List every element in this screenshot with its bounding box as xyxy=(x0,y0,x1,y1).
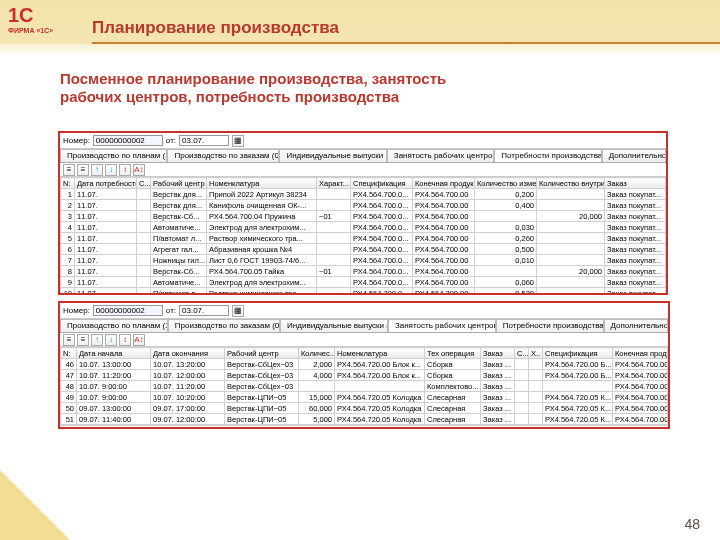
toolbar2-btn-down[interactable]: ↓ xyxy=(105,334,117,346)
tab-additional[interactable]: Дополнительно xyxy=(602,149,666,162)
col2-qty[interactable]: Количес... xyxy=(299,348,335,359)
table-row[interactable]: 711.07.Ножницы гил...Лист 0,6 ГОСТ 19903… xyxy=(61,255,666,266)
col-nom[interactable]: Номенклатура xyxy=(207,178,317,189)
toolbar-btn-asort[interactable]: A↕ xyxy=(133,164,145,176)
number-input[interactable] xyxy=(93,135,163,146)
tab-requirements[interactable]: Потребности производства (... xyxy=(494,149,601,162)
col2-ds[interactable]: Дата начала xyxy=(77,348,151,359)
panel1-header: Номер: от: ▦ xyxy=(60,133,666,149)
tab2-plan[interactable]: Производство по планам (1 п... xyxy=(60,319,168,332)
col-prod[interactable]: Конечная продук... xyxy=(413,178,475,189)
table-row[interactable]: 811.07.Верстак-Сб...РХ4.564.700.05 Гайка… xyxy=(61,266,666,277)
label-number: Номер: xyxy=(63,136,90,145)
toolbar2-btn-up[interactable]: ↑ xyxy=(91,334,103,346)
tab-occupancy[interactable]: Занятость рабочих центров (... xyxy=(387,149,494,162)
table-row[interactable]: 5009.07. 13:00:0009.07. 17:00:00Верстак-… xyxy=(61,403,668,414)
col2-x[interactable]: Х.. xyxy=(529,348,543,359)
toolbar-btn-sort[interactable]: ↕ xyxy=(119,164,131,176)
tab2-requirements[interactable]: Потребности производства (... xyxy=(496,319,604,332)
from-input[interactable] xyxy=(179,135,229,146)
panel-requirements: Номер: от: ▦ Производство по планам (1 п… xyxy=(58,131,668,295)
tab-plan[interactable]: Производство по планам (1 п... xyxy=(60,149,167,162)
sub-bg xyxy=(0,44,720,56)
table-row[interactable]: 211.07.Верстак для...Канифоль очищенная … xyxy=(61,200,666,211)
col2-de[interactable]: Дата окончания xyxy=(151,348,225,359)
tab2-orders[interactable]: Производство по заказам (0 ... xyxy=(168,319,280,332)
subtitle-line1: Посменное планирование производства, зан… xyxy=(60,70,446,87)
toolbar-btn-2[interactable]: ≡ xyxy=(77,164,89,176)
table-row[interactable]: 4910.07. 9:00:0010.07. 10:20:00Верстак-Ц… xyxy=(61,392,668,403)
col-n[interactable]: N: xyxy=(61,178,75,189)
calendar-icon[interactable]: ▦ xyxy=(232,135,244,147)
subtitle: Посменное планирование производства, зан… xyxy=(60,70,446,106)
number-input2[interactable] xyxy=(93,305,163,316)
panel2-header: Номер: от: ▦ xyxy=(60,303,668,319)
table-row[interactable]: 4710.07. 11:20:0010.07. 12:00:00Верстак-… xyxy=(61,370,668,381)
panel2-tabs: Производство по планам (1 п... Производс… xyxy=(60,319,668,333)
table-row[interactable]: 611.07.Агрегат гал...Абразивная крошка №… xyxy=(61,244,666,255)
toolbar-btn-1[interactable]: ≡ xyxy=(63,164,75,176)
table-row[interactable]: 1011.07.П/автомат л...Раствор химическог… xyxy=(61,288,666,296)
logo-main: 1C xyxy=(8,4,68,27)
label-from: от: xyxy=(166,136,176,145)
col-wc[interactable]: Рабочий центр xyxy=(151,178,207,189)
col-date[interactable]: Дата потребности xyxy=(75,178,137,189)
label-number2: Номер: xyxy=(63,306,90,315)
table-row[interactable]: 4610.07. 13:00:0010.07. 13:20:00Верстак-… xyxy=(61,359,668,370)
toolbar2-btn-sort[interactable]: ↕ xyxy=(119,334,131,346)
page-title: Планирование производства xyxy=(92,18,339,38)
tab-orders[interactable]: Производство по заказам (0 ... xyxy=(167,149,279,162)
from-input2[interactable] xyxy=(179,305,229,316)
grid-occupancy[interactable]: N: Дата начала Дата окончания Рабочий це… xyxy=(60,347,668,425)
toolbar-btn-up[interactable]: ↑ xyxy=(91,164,103,176)
col-char[interactable]: Характ... xyxy=(317,178,351,189)
toolbar2-btn-asort[interactable]: A↕ xyxy=(133,334,145,346)
tab2-additional[interactable]: Дополнительно xyxy=(604,319,669,332)
page-number: 48 xyxy=(684,516,700,532)
col-s[interactable]: С... xyxy=(137,178,151,189)
table-row[interactable]: 411.07.Автоматиче...Электрод для электро… xyxy=(61,222,666,233)
comment-row: Комментарий: xyxy=(60,425,668,429)
col2-order[interactable]: Заказ xyxy=(481,348,515,359)
table-row[interactable]: 311.07.Верстак-Сб...РХ4.564.700.04 Пружи… xyxy=(61,211,666,222)
calendar-icon2[interactable]: ▦ xyxy=(232,305,244,317)
col2-spec[interactable]: Спецификация xyxy=(543,348,613,359)
subtitle-line2: рабочих центров, потребность производств… xyxy=(60,88,399,105)
logo-sub: ФИРМА «1С» xyxy=(8,27,68,34)
panel-occupancy: Номер: от: ▦ Производство по планам (1 п… xyxy=(58,301,670,429)
table-row[interactable]: 911.07.Автоматиче...Электрод для электро… xyxy=(61,277,666,288)
toolbar2-btn-2[interactable]: ≡ xyxy=(77,334,89,346)
col2-wc[interactable]: Рабочий центр xyxy=(225,348,299,359)
table-row[interactable]: 5109.07. 11:40:0009.07. 12:00:00Верстак-… xyxy=(61,414,668,425)
toolbar-btn-down[interactable]: ↓ xyxy=(105,164,117,176)
table-row[interactable]: 4810.07. 9:00:0010.07. 11:20:00Верстак-С… xyxy=(61,381,668,392)
col2-nom[interactable]: Номенклатура xyxy=(335,348,425,359)
panel1-tabs: Производство по планам (1 п... Производс… xyxy=(60,149,666,163)
col-qtyin[interactable]: Количество внутри xyxy=(537,178,605,189)
col2-op[interactable]: Тех операция xyxy=(425,348,481,359)
col-spec[interactable]: Спецификация xyxy=(351,178,413,189)
panel1-toolbar: ≡ ≡ ↑ ↓ ↕ A↕ xyxy=(60,163,666,177)
corner-decoration xyxy=(0,470,70,540)
grid-requirements[interactable]: N: Дата потребности С... Рабочий центр Н… xyxy=(60,177,666,295)
col-qtych[interactable]: Количество изме... xyxy=(475,178,537,189)
col2-prod[interactable]: Конечная проду... xyxy=(613,348,668,359)
toolbar2-btn-1[interactable]: ≡ xyxy=(63,334,75,346)
col-order[interactable]: Заказ xyxy=(605,178,666,189)
logo: 1C ФИРМА «1С» xyxy=(8,4,68,34)
tab2-occupancy[interactable]: Занятость рабочих центров (... xyxy=(388,319,496,332)
label-from2: от: xyxy=(166,306,176,315)
panel2-toolbar: ≡ ≡ ↑ ↓ ↕ A↕ xyxy=(60,333,668,347)
table-row[interactable]: 111.07.Верстак для...Припой 2022 Артикул… xyxy=(61,189,666,200)
comment-label: Комментарий: xyxy=(63,427,116,429)
col2-n[interactable]: N: xyxy=(61,348,77,359)
tab2-indiv[interactable]: Индивидуальные выпуски (0 ... xyxy=(280,319,388,332)
table-row[interactable]: 511.07.П/автомат л...Раствор химического… xyxy=(61,233,666,244)
col2-s[interactable]: С... xyxy=(515,348,529,359)
tab-indiv[interactable]: Индивидуальные выпуски (0 ... xyxy=(279,149,386,162)
